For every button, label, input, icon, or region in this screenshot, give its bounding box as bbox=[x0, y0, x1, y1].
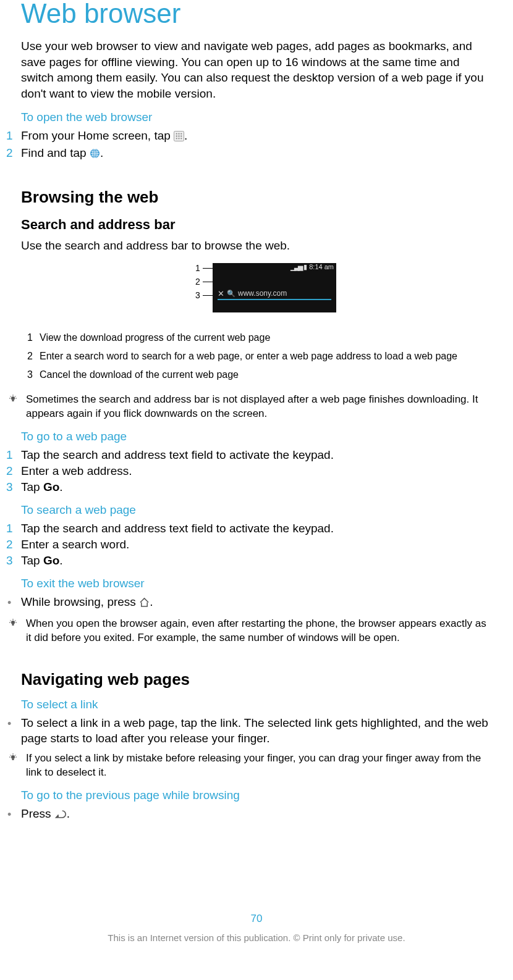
search-bar-heading: Search and address bar bbox=[21, 217, 492, 233]
tip: If you select a link by mistake before r… bbox=[7, 752, 492, 780]
list-item: 3Tap Go. bbox=[21, 553, 492, 569]
home-icon bbox=[139, 596, 150, 612]
tip-text: Sometimes the search and address bar is … bbox=[26, 393, 492, 421]
browsing-heading: Browsing the web bbox=[21, 188, 492, 207]
list-item: • While browsing, press . bbox=[21, 594, 492, 612]
svg-point-3 bbox=[180, 133, 182, 134]
exit-browser-heading: To exit the web browser bbox=[21, 577, 492, 590]
intro-text: Use your web browser to view and navigat… bbox=[21, 38, 492, 102]
svg-point-9 bbox=[180, 138, 182, 139]
list-item: 2Enter a web address. bbox=[21, 463, 492, 479]
reference-table: 1 View the download progress of the curr… bbox=[27, 325, 457, 388]
list-item: 2 Find and tap . bbox=[21, 145, 492, 163]
svg-rect-17 bbox=[12, 759, 14, 760]
signal-icon: ▁▃▅ bbox=[290, 263, 302, 270]
lightbulb-icon bbox=[7, 752, 19, 780]
cancel-load-icon: ✕ bbox=[218, 289, 224, 298]
search-page-heading: To search a web page bbox=[21, 503, 492, 517]
bullet-icon: • bbox=[7, 716, 11, 731]
bullet-icon: • bbox=[7, 595, 11, 610]
list-item: 3Tap Go. bbox=[21, 479, 492, 495]
tip: When you open the browser again, even af… bbox=[7, 617, 492, 645]
tip-text: When you open the browser again, even af… bbox=[26, 617, 492, 645]
svg-point-1 bbox=[176, 133, 177, 134]
tip-text: If you select a link by mistake before r… bbox=[26, 752, 492, 780]
svg-point-4 bbox=[176, 135, 177, 136]
svg-point-7 bbox=[176, 138, 177, 139]
svg-rect-15 bbox=[12, 624, 14, 626]
ref-num: 2 bbox=[27, 351, 40, 362]
list-item: 1Tap the search and address text field t… bbox=[21, 521, 492, 537]
back-icon bbox=[54, 808, 67, 824]
svg-point-2 bbox=[178, 133, 179, 134]
address-text: www.sony.com bbox=[238, 289, 287, 298]
list-item: 1 From your Home screen, tap . bbox=[21, 128, 492, 146]
select-link-heading: To select a link bbox=[21, 698, 492, 711]
list-item: 2Enter a search word. bbox=[21, 537, 492, 553]
status-bar: ▁▃▅ ▮ 8:14 am bbox=[290, 263, 334, 271]
status-time: 8:14 am bbox=[309, 263, 334, 270]
navigating-heading: Navigating web pages bbox=[21, 670, 492, 689]
diagram-label: 1 bbox=[195, 263, 200, 273]
ref-num: 3 bbox=[27, 369, 40, 380]
search-icon: 🔍 bbox=[227, 290, 235, 298]
legal-text: This is an Internet version of this publ… bbox=[0, 932, 513, 943]
table-row: 2 Enter a search word to search for a we… bbox=[27, 351, 457, 362]
table-row: 1 View the download progress of the curr… bbox=[27, 332, 457, 343]
diagram-label: 3 bbox=[195, 290, 200, 300]
list-item: • Press . bbox=[21, 806, 492, 824]
svg-point-12 bbox=[11, 396, 15, 400]
svg-point-14 bbox=[11, 621, 15, 624]
apps-grid-icon bbox=[174, 130, 184, 146]
bullet-icon: • bbox=[7, 807, 11, 822]
address-bar-diagram: 1 2 3 ▁▃▅ ▮ 8:14 am ✕ 🔍 www.sony.com bbox=[177, 263, 336, 315]
ref-text: Cancel the download of the current web p… bbox=[40, 369, 457, 380]
step-number: 1 bbox=[6, 128, 13, 144]
step-text: Find and tap bbox=[21, 146, 90, 159]
list-item: • To select a link in a web page, tap th… bbox=[21, 715, 492, 747]
ref-num: 1 bbox=[27, 332, 40, 343]
ref-text: View the download progress of the curren… bbox=[40, 332, 457, 343]
tip: Sometimes the search and address bar is … bbox=[7, 393, 492, 421]
ref-text: Enter a search word to search for a web … bbox=[40, 351, 457, 362]
prev-page-heading: To go to the previous page while browsin… bbox=[21, 789, 492, 802]
svg-point-5 bbox=[178, 135, 179, 136]
footer: 70 This is an Internet version of this p… bbox=[0, 913, 513, 943]
list-item: 1Tap the search and address text field t… bbox=[21, 447, 492, 463]
lightbulb-icon bbox=[7, 617, 19, 645]
step-number: 2 bbox=[6, 145, 13, 161]
step-text: From your Home screen, tap bbox=[21, 129, 174, 142]
svg-rect-13 bbox=[12, 400, 14, 401]
diagram-label: 2 bbox=[195, 277, 200, 287]
table-row: 3 Cancel the download of the current web… bbox=[27, 369, 457, 380]
globe-icon bbox=[90, 147, 100, 163]
lightbulb-icon bbox=[7, 393, 19, 421]
svg-point-8 bbox=[178, 138, 179, 139]
open-browser-heading: To open the web browser bbox=[21, 111, 492, 124]
page-number: 70 bbox=[0, 913, 513, 925]
svg-point-16 bbox=[11, 755, 15, 759]
search-bar-desc: Use the search and address bar to browse… bbox=[21, 238, 492, 254]
battery-icon: ▮ bbox=[303, 263, 307, 270]
svg-point-6 bbox=[180, 135, 182, 136]
page-title: Web browser bbox=[21, 0, 492, 27]
go-to-page-heading: To go to a web page bbox=[21, 430, 492, 443]
